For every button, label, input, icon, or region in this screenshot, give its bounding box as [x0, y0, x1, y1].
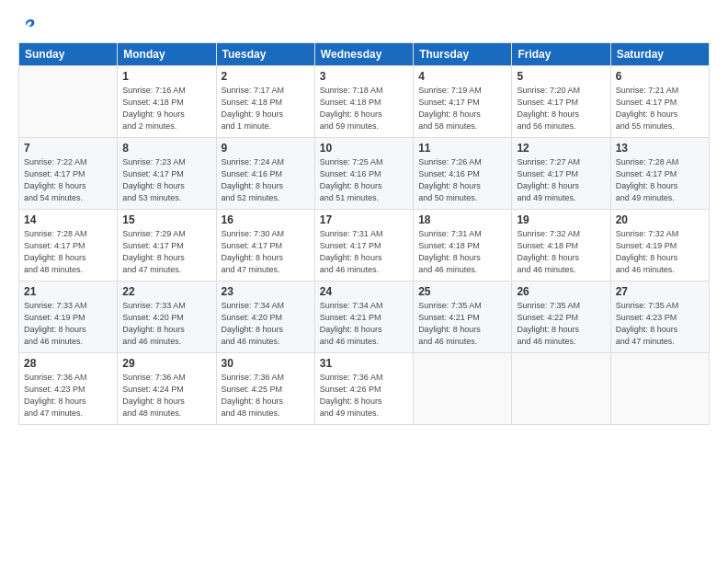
day-info: Sunrise: 7:23 AMSunset: 4:17 PMDaylight:…: [122, 156, 210, 204]
day-info: Sunrise: 7:36 AMSunset: 4:25 PMDaylight:…: [222, 372, 310, 419]
calendar-cell: 1Sunrise: 7:16 AMSunset: 4:18 PMDaylight…: [118, 66, 216, 138]
calendar-cell: 23Sunrise: 7:34 AMSunset: 4:20 PMDayligh…: [216, 282, 314, 353]
day-number: 19: [517, 213, 605, 226]
calendar-cell: 27Sunrise: 7:35 AMSunset: 4:23 PMDayligh…: [610, 282, 709, 353]
day-info: Sunrise: 7:30 AMSunset: 4:17 PMDaylight:…: [222, 228, 310, 276]
day-number: 29: [122, 357, 210, 370]
day-info: Sunrise: 7:28 AMSunset: 4:17 PMDaylight:…: [616, 156, 704, 204]
calendar-cell: 25Sunrise: 7:35 AMSunset: 4:21 PMDayligh…: [414, 282, 512, 353]
calendar-cell: 21Sunrise: 7:33 AMSunset: 4:19 PMDayligh…: [19, 282, 118, 353]
calendar-cell: 18Sunrise: 7:31 AMSunset: 4:18 PMDayligh…: [414, 210, 512, 282]
day-info: Sunrise: 7:35 AMSunset: 4:22 PMDaylight:…: [517, 300, 605, 348]
day-number: 1: [122, 70, 210, 83]
header: [18, 17, 710, 33]
calendar-header-wednesday: Wednesday: [314, 43, 413, 66]
calendar-cell: 22Sunrise: 7:33 AMSunset: 4:20 PMDayligh…: [118, 282, 216, 353]
day-number: 17: [320, 213, 408, 226]
day-info: Sunrise: 7:24 AMSunset: 4:16 PMDaylight:…: [222, 156, 310, 204]
day-number: 18: [418, 213, 506, 226]
calendar-week-4: 21Sunrise: 7:33 AMSunset: 4:19 PMDayligh…: [19, 282, 710, 353]
calendar-cell: [512, 353, 610, 425]
calendar-cell: 24Sunrise: 7:34 AMSunset: 4:21 PMDayligh…: [314, 282, 413, 353]
calendar-week-2: 7Sunrise: 7:22 AMSunset: 4:17 PMDaylight…: [19, 138, 710, 210]
day-number: 7: [24, 142, 112, 155]
day-info: Sunrise: 7:32 AMSunset: 4:19 PMDaylight:…: [616, 228, 704, 276]
day-info: Sunrise: 7:28 AMSunset: 4:17 PMDaylight:…: [24, 228, 112, 276]
day-info: Sunrise: 7:20 AMSunset: 4:17 PMDaylight:…: [517, 85, 605, 132]
day-info: Sunrise: 7:31 AMSunset: 4:17 PMDaylight:…: [320, 228, 408, 276]
day-info: Sunrise: 7:35 AMSunset: 4:23 PMDaylight:…: [616, 300, 704, 348]
calendar-header-monday: Monday: [118, 43, 216, 66]
day-number: 5: [517, 70, 605, 83]
day-number: 16: [222, 213, 310, 226]
calendar-cell: 31Sunrise: 7:36 AMSunset: 4:26 PMDayligh…: [314, 353, 413, 425]
calendar-cell: 19Sunrise: 7:32 AMSunset: 4:18 PMDayligh…: [512, 210, 610, 282]
day-number: 24: [320, 285, 408, 298]
calendar-cell: 12Sunrise: 7:27 AMSunset: 4:17 PMDayligh…: [512, 138, 610, 210]
calendar-cell: 2Sunrise: 7:17 AMSunset: 4:18 PMDaylight…: [216, 66, 314, 138]
day-info: Sunrise: 7:35 AMSunset: 4:21 PMDaylight:…: [418, 300, 506, 348]
calendar-header-friday: Friday: [512, 43, 610, 66]
day-number: 11: [418, 142, 506, 155]
calendar-week-3: 14Sunrise: 7:28 AMSunset: 4:17 PMDayligh…: [19, 210, 710, 282]
day-info: Sunrise: 7:36 AMSunset: 4:23 PMDaylight:…: [24, 372, 112, 419]
calendar-cell: 3Sunrise: 7:18 AMSunset: 4:18 PMDaylight…: [314, 66, 413, 138]
day-number: 15: [122, 213, 210, 226]
calendar-header-saturday: Saturday: [610, 43, 709, 66]
day-info: Sunrise: 7:33 AMSunset: 4:20 PMDaylight:…: [122, 300, 210, 348]
day-number: 13: [616, 142, 704, 155]
logo: [18, 17, 37, 33]
day-number: 3: [320, 70, 408, 83]
day-number: 9: [222, 142, 310, 155]
calendar-cell: 11Sunrise: 7:26 AMSunset: 4:16 PMDayligh…: [414, 138, 512, 210]
day-number: 2: [222, 70, 310, 83]
calendar-cell: [414, 353, 512, 425]
calendar-table: SundayMondayTuesdayWednesdayThursdayFrid…: [18, 42, 710, 425]
calendar-cell: 29Sunrise: 7:36 AMSunset: 4:24 PMDayligh…: [118, 353, 216, 425]
day-number: 6: [616, 70, 704, 83]
day-number: 27: [616, 285, 704, 298]
calendar-cell: 30Sunrise: 7:36 AMSunset: 4:25 PMDayligh…: [216, 353, 314, 425]
day-info: Sunrise: 7:31 AMSunset: 4:18 PMDaylight:…: [418, 228, 506, 276]
calendar-cell: 26Sunrise: 7:35 AMSunset: 4:22 PMDayligh…: [512, 282, 610, 353]
calendar-cell: 15Sunrise: 7:29 AMSunset: 4:17 PMDayligh…: [118, 210, 216, 282]
day-number: 25: [418, 285, 506, 298]
calendar-header-row: SundayMondayTuesdayWednesdayThursdayFrid…: [19, 43, 710, 66]
calendar-cell: 20Sunrise: 7:32 AMSunset: 4:19 PMDayligh…: [610, 210, 709, 282]
day-info: Sunrise: 7:16 AMSunset: 4:18 PMDaylight:…: [122, 85, 210, 132]
day-number: 22: [122, 285, 210, 298]
day-number: 28: [24, 357, 112, 370]
day-info: Sunrise: 7:32 AMSunset: 4:18 PMDaylight:…: [517, 228, 605, 276]
day-info: Sunrise: 7:22 AMSunset: 4:17 PMDaylight:…: [24, 156, 112, 204]
page: SundayMondayTuesdayWednesdayThursdayFrid…: [0, 0, 728, 563]
day-info: Sunrise: 7:25 AMSunset: 4:16 PMDaylight:…: [320, 156, 408, 204]
day-number: 21: [24, 285, 112, 298]
calendar-header-tuesday: Tuesday: [216, 43, 314, 66]
calendar-cell: [19, 66, 118, 138]
calendar-cell: 17Sunrise: 7:31 AMSunset: 4:17 PMDayligh…: [314, 210, 413, 282]
day-info: Sunrise: 7:36 AMSunset: 4:26 PMDaylight:…: [320, 372, 408, 419]
day-info: Sunrise: 7:29 AMSunset: 4:17 PMDaylight:…: [122, 228, 210, 276]
calendar-cell: 10Sunrise: 7:25 AMSunset: 4:16 PMDayligh…: [314, 138, 413, 210]
day-info: Sunrise: 7:18 AMSunset: 4:18 PMDaylight:…: [320, 85, 408, 132]
calendar-cell: 28Sunrise: 7:36 AMSunset: 4:23 PMDayligh…: [19, 353, 118, 425]
day-number: 10: [320, 142, 408, 155]
day-number: 20: [616, 213, 704, 226]
day-number: 26: [517, 285, 605, 298]
calendar-cell: 9Sunrise: 7:24 AMSunset: 4:16 PMDaylight…: [216, 138, 314, 210]
calendar-header-sunday: Sunday: [19, 43, 118, 66]
day-info: Sunrise: 7:21 AMSunset: 4:17 PMDaylight:…: [616, 85, 704, 132]
day-info: Sunrise: 7:36 AMSunset: 4:24 PMDaylight:…: [122, 372, 210, 419]
day-number: 12: [517, 142, 605, 155]
calendar-cell: 4Sunrise: 7:19 AMSunset: 4:17 PMDaylight…: [414, 66, 512, 138]
calendar-cell: 14Sunrise: 7:28 AMSunset: 4:17 PMDayligh…: [19, 210, 118, 282]
calendar-cell: 6Sunrise: 7:21 AMSunset: 4:17 PMDaylight…: [610, 66, 709, 138]
day-info: Sunrise: 7:34 AMSunset: 4:20 PMDaylight:…: [222, 300, 310, 348]
calendar-week-1: 1Sunrise: 7:16 AMSunset: 4:18 PMDaylight…: [19, 66, 710, 138]
day-number: 30: [222, 357, 310, 370]
calendar-cell: 16Sunrise: 7:30 AMSunset: 4:17 PMDayligh…: [216, 210, 314, 282]
day-info: Sunrise: 7:33 AMSunset: 4:19 PMDaylight:…: [24, 300, 112, 348]
day-info: Sunrise: 7:17 AMSunset: 4:18 PMDaylight:…: [222, 85, 310, 132]
day-number: 31: [320, 357, 408, 370]
logo-bird-icon: [20, 17, 37, 33]
